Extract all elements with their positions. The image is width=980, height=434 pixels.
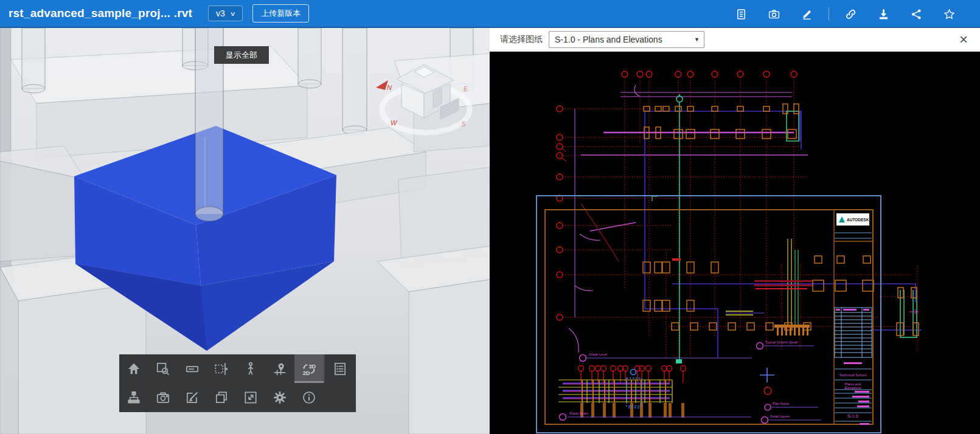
link-icon[interactable]	[844, 8, 857, 21]
toolbar-row-2	[119, 383, 356, 412]
viewer-app: rst_advanced_sample_proj... .rvt v3 ∨ 上传…	[0, 0, 980, 434]
section-plane-button[interactable]	[207, 354, 236, 383]
section-box-button[interactable]	[178, 354, 207, 383]
home-house-model	[397, 64, 459, 119]
titleblock-sheet-number: S-1.0	[847, 413, 858, 419]
notes-icon[interactable]	[735, 8, 748, 21]
compass-north-arrow	[376, 80, 388, 90]
compass-e: E	[464, 85, 468, 92]
markup-button[interactable]	[178, 383, 207, 412]
sheet-drawing-canvas[interactable]: AUTODESK Technical School	[490, 52, 980, 434]
pin-location-button[interactable]	[265, 354, 294, 383]
label-3d: 3D	[308, 363, 316, 369]
topbar-divider	[829, 7, 829, 21]
toggle-3d-2d-button[interactable]: 3D 2D	[294, 354, 324, 383]
zoom-window-button[interactable]	[148, 354, 178, 383]
top-bar: rst_advanced_sample_proj... .rvt v3 ∨ 上传…	[0, 0, 980, 28]
settings-button[interactable]	[265, 383, 294, 412]
callout-plan-notes: Plan Notes	[773, 402, 789, 405]
share-icon[interactable]	[910, 8, 923, 21]
upload-new-version-button[interactable]: 上传新版本	[252, 4, 309, 22]
sheet-select[interactable]: S-1.0 - Plans and Elevations	[549, 31, 704, 48]
compass-s: S	[461, 120, 466, 128]
callout-detail-layers: Detail Layers	[770, 415, 790, 418]
tooltip-show-all: 显示全部	[214, 46, 269, 64]
compass-w: W	[391, 119, 398, 126]
compare-button[interactable]	[207, 383, 236, 412]
callout-typical-column-detail: Typical Column Detail	[765, 340, 798, 344]
callout-grade-level: Grade Level	[589, 353, 607, 356]
callout-grade-beam: Grade Beam	[569, 412, 589, 415]
fullscreen-button[interactable]	[236, 383, 265, 412]
favorite-star-icon[interactable]	[943, 8, 956, 21]
markup-pen-icon[interactable]	[801, 8, 813, 21]
titleblock-title-2: Elevations	[844, 386, 861, 390]
cad-sheet-drawing: AUTODESK Technical School	[490, 52, 980, 434]
download-icon[interactable]	[877, 8, 890, 21]
snapshot-button[interactable]	[148, 383, 178, 412]
toolbar-row-1: 3D 2D	[119, 354, 356, 383]
autodesk-logo-text: AUTODESK	[847, 218, 869, 222]
info-button[interactable]	[294, 383, 324, 412]
first-person-button[interactable]	[236, 354, 265, 383]
close-panel-button[interactable]: ×	[954, 30, 973, 49]
sheet-panel-header: 请选择图纸 S-1.0 - Plans and Elevations ▼ ×	[490, 28, 980, 52]
topbar-icon-group	[735, 0, 956, 28]
label-2d: 2D	[303, 370, 310, 376]
model-tree-button[interactable]	[119, 383, 148, 412]
version-label: v3	[216, 9, 225, 18]
home-button[interactable]	[119, 354, 148, 383]
sheet-select-label: 请选择图纸	[500, 34, 543, 45]
version-dropdown[interactable]: v3 ∨	[208, 5, 243, 21]
viewcube-home[interactable]: N E W S	[372, 53, 482, 139]
viewer-toolbar: 3D 2D	[119, 354, 356, 412]
compass-n: N	[387, 84, 392, 91]
viewer-3d-canvas[interactable]: 显示全部 N E W S	[0, 28, 490, 434]
snapshot-icon[interactable]	[768, 8, 780, 21]
titleblock-project: Technical School	[839, 373, 866, 377]
file-title: rst_advanced_sample_proj... .rvt	[9, 7, 192, 20]
sheet-panel: 请选择图纸 S-1.0 - Plans and Elevations ▼ ×	[490, 28, 980, 434]
properties-list-button[interactable]	[324, 354, 355, 383]
chevron-down-icon: ∨	[229, 10, 235, 17]
